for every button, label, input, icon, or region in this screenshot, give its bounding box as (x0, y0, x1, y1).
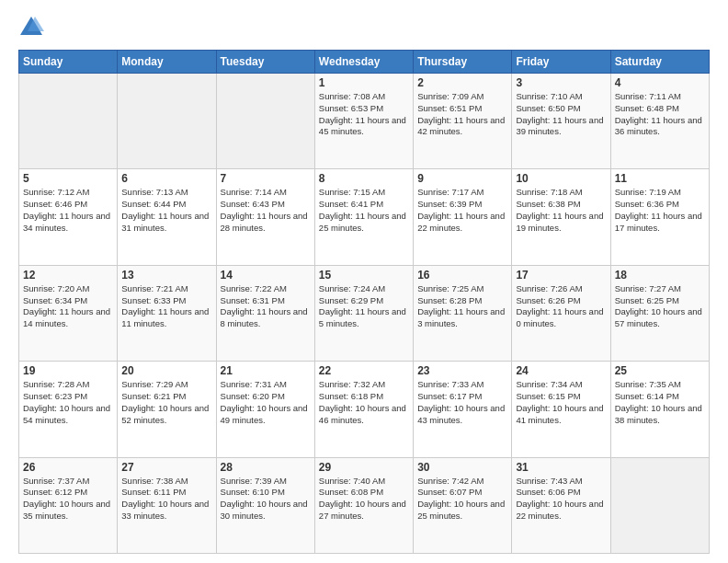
day-info: Sunrise: 7:11 AM Sunset: 6:48 PM Dayligh… (615, 91, 705, 138)
day-info: Sunrise: 7:19 AM Sunset: 6:36 PM Dayligh… (615, 187, 705, 234)
calendar-cell: 23Sunrise: 7:33 AM Sunset: 6:17 PM Dayli… (414, 362, 512, 457)
calendar-cell: 16Sunrise: 7:25 AM Sunset: 6:28 PM Dayli… (414, 265, 512, 361)
calendar-header-row: SundayMondayTuesdayWednesdayThursdayFrid… (19, 51, 710, 74)
day-number: 2 (417, 76, 507, 89)
day-info: Sunrise: 7:37 AM Sunset: 6:12 PM Dayligh… (23, 476, 113, 523)
calendar-cell: 4Sunrise: 7:11 AM Sunset: 6:48 PM Daylig… (610, 74, 709, 169)
calendar-cell: 29Sunrise: 7:40 AM Sunset: 6:08 PM Dayli… (314, 457, 413, 553)
day-number: 5 (23, 172, 113, 185)
calendar-table: SundayMondayTuesdayWednesdayThursdayFrid… (18, 50, 710, 554)
calendar-cell: 25Sunrise: 7:35 AM Sunset: 6:14 PM Dayli… (610, 362, 709, 457)
calendar-cell: 1Sunrise: 7:08 AM Sunset: 6:53 PM Daylig… (314, 74, 413, 169)
day-info: Sunrise: 7:10 AM Sunset: 6:50 PM Dayligh… (516, 91, 606, 138)
calendar-week-5: 26Sunrise: 7:37 AM Sunset: 6:12 PM Dayli… (19, 457, 710, 553)
day-info: Sunrise: 7:12 AM Sunset: 6:46 PM Dayligh… (23, 187, 113, 234)
calendar-cell: 28Sunrise: 7:39 AM Sunset: 6:10 PM Dayli… (216, 457, 314, 553)
logo-icon (18, 15, 44, 40)
day-info: Sunrise: 7:18 AM Sunset: 6:38 PM Dayligh… (516, 187, 606, 234)
day-info: Sunrise: 7:14 AM Sunset: 6:43 PM Dayligh… (221, 187, 311, 234)
day-info: Sunrise: 7:08 AM Sunset: 6:53 PM Dayligh… (319, 91, 409, 138)
calendar-cell: 26Sunrise: 7:37 AM Sunset: 6:12 PM Dayli… (19, 457, 118, 553)
calendar-cell: 11Sunrise: 7:19 AM Sunset: 6:36 PM Dayli… (610, 169, 709, 265)
calendar-cell: 5Sunrise: 7:12 AM Sunset: 6:46 PM Daylig… (19, 169, 118, 265)
day-number: 25 (615, 364, 705, 377)
calendar-cell: 21Sunrise: 7:31 AM Sunset: 6:20 PM Dayli… (216, 362, 314, 457)
day-number: 18 (615, 269, 705, 282)
calendar-cell: 20Sunrise: 7:29 AM Sunset: 6:21 PM Dayli… (118, 362, 216, 457)
day-number: 23 (417, 364, 507, 377)
calendar-cell: 8Sunrise: 7:15 AM Sunset: 6:41 PM Daylig… (314, 169, 413, 265)
logo (18, 15, 48, 40)
day-info: Sunrise: 7:24 AM Sunset: 6:29 PM Dayligh… (319, 283, 409, 330)
day-info: Sunrise: 7:15 AM Sunset: 6:41 PM Dayligh… (319, 187, 409, 234)
calendar-week-1: 1Sunrise: 7:08 AM Sunset: 6:53 PM Daylig… (19, 74, 710, 169)
day-number: 9 (417, 172, 507, 185)
calendar-header-friday: Friday (512, 51, 610, 74)
calendar-cell: 7Sunrise: 7:14 AM Sunset: 6:43 PM Daylig… (216, 169, 314, 265)
day-number: 14 (221, 269, 311, 282)
day-info: Sunrise: 7:31 AM Sunset: 6:20 PM Dayligh… (221, 379, 311, 426)
day-info: Sunrise: 7:13 AM Sunset: 6:44 PM Dayligh… (121, 187, 211, 234)
day-number: 30 (417, 461, 507, 474)
calendar-header-monday: Monday (118, 51, 216, 74)
day-number: 12 (23, 269, 113, 282)
calendar-cell (19, 74, 118, 169)
day-number: 24 (516, 364, 606, 377)
day-number: 28 (221, 461, 311, 474)
day-info: Sunrise: 7:39 AM Sunset: 6:10 PM Dayligh… (221, 476, 311, 523)
day-number: 19 (23, 364, 113, 377)
day-info: Sunrise: 7:42 AM Sunset: 6:07 PM Dayligh… (417, 476, 507, 523)
calendar-header-saturday: Saturday (610, 51, 709, 74)
day-info: Sunrise: 7:27 AM Sunset: 6:25 PM Dayligh… (615, 283, 705, 330)
day-number: 1 (319, 76, 409, 89)
day-info: Sunrise: 7:20 AM Sunset: 6:34 PM Dayligh… (23, 283, 113, 330)
calendar-cell: 15Sunrise: 7:24 AM Sunset: 6:29 PM Dayli… (314, 265, 413, 361)
day-number: 16 (417, 269, 507, 282)
calendar-header-wednesday: Wednesday (314, 51, 413, 74)
calendar-cell: 17Sunrise: 7:26 AM Sunset: 6:26 PM Dayli… (512, 265, 610, 361)
calendar-cell: 18Sunrise: 7:27 AM Sunset: 6:25 PM Dayli… (610, 265, 709, 361)
day-info: Sunrise: 7:35 AM Sunset: 6:14 PM Dayligh… (615, 379, 705, 426)
day-info: Sunrise: 7:09 AM Sunset: 6:51 PM Dayligh… (417, 91, 507, 138)
day-number: 10 (516, 172, 606, 185)
calendar-header-thursday: Thursday (414, 51, 512, 74)
day-number: 26 (23, 461, 113, 474)
calendar-cell: 30Sunrise: 7:42 AM Sunset: 6:07 PM Dayli… (414, 457, 512, 553)
day-number: 29 (319, 461, 409, 474)
calendar-cell: 31Sunrise: 7:43 AM Sunset: 6:06 PM Dayli… (512, 457, 610, 553)
day-number: 15 (319, 269, 409, 282)
day-info: Sunrise: 7:29 AM Sunset: 6:21 PM Dayligh… (121, 379, 211, 426)
day-number: 7 (221, 172, 311, 185)
calendar-cell (216, 74, 314, 169)
day-info: Sunrise: 7:25 AM Sunset: 6:28 PM Dayligh… (417, 283, 507, 330)
calendar-header-sunday: Sunday (19, 51, 118, 74)
day-number: 3 (516, 76, 606, 89)
calendar-week-3: 12Sunrise: 7:20 AM Sunset: 6:34 PM Dayli… (19, 265, 710, 361)
calendar-cell: 2Sunrise: 7:09 AM Sunset: 6:51 PM Daylig… (414, 74, 512, 169)
calendar-cell: 22Sunrise: 7:32 AM Sunset: 6:18 PM Dayli… (314, 362, 413, 457)
calendar-cell: 12Sunrise: 7:20 AM Sunset: 6:34 PM Dayli… (19, 265, 118, 361)
day-info: Sunrise: 7:40 AM Sunset: 6:08 PM Dayligh… (319, 476, 409, 523)
calendar-cell: 14Sunrise: 7:22 AM Sunset: 6:31 PM Dayli… (216, 265, 314, 361)
calendar-cell: 3Sunrise: 7:10 AM Sunset: 6:50 PM Daylig… (512, 74, 610, 169)
page: SundayMondayTuesdayWednesdayThursdayFrid… (0, 0, 728, 563)
day-number: 21 (221, 364, 311, 377)
day-info: Sunrise: 7:33 AM Sunset: 6:17 PM Dayligh… (417, 379, 507, 426)
calendar-cell (118, 74, 216, 169)
calendar-cell: 27Sunrise: 7:38 AM Sunset: 6:11 PM Dayli… (118, 457, 216, 553)
calendar-cell (610, 457, 709, 553)
calendar-cell: 9Sunrise: 7:17 AM Sunset: 6:39 PM Daylig… (414, 169, 512, 265)
calendar-week-4: 19Sunrise: 7:28 AM Sunset: 6:23 PM Dayli… (19, 362, 710, 457)
header (18, 15, 710, 40)
calendar-cell: 6Sunrise: 7:13 AM Sunset: 6:44 PM Daylig… (118, 169, 216, 265)
day-number: 22 (319, 364, 409, 377)
day-number: 31 (516, 461, 606, 474)
day-number: 20 (121, 364, 211, 377)
day-info: Sunrise: 7:32 AM Sunset: 6:18 PM Dayligh… (319, 379, 409, 426)
calendar-week-2: 5Sunrise: 7:12 AM Sunset: 6:46 PM Daylig… (19, 169, 710, 265)
day-info: Sunrise: 7:17 AM Sunset: 6:39 PM Dayligh… (417, 187, 507, 234)
day-info: Sunrise: 7:26 AM Sunset: 6:26 PM Dayligh… (516, 283, 606, 330)
day-info: Sunrise: 7:34 AM Sunset: 6:15 PM Dayligh… (516, 379, 606, 426)
day-info: Sunrise: 7:21 AM Sunset: 6:33 PM Dayligh… (121, 283, 211, 330)
calendar-cell: 10Sunrise: 7:18 AM Sunset: 6:38 PM Dayli… (512, 169, 610, 265)
